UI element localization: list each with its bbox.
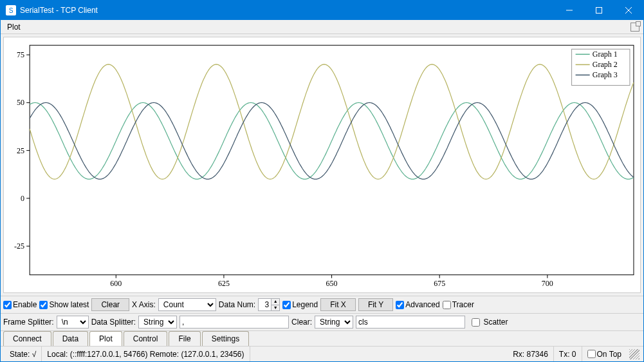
svg-text:600: 600 [110, 279, 122, 288]
svg-text:650: 650 [326, 279, 338, 288]
plot-canvas[interactable]: -250255075600625650675700Graph 1Graph 2G… [4, 37, 640, 292]
frame-splitter-label: Frame Splitter: [3, 318, 54, 327]
titlebar[interactable]: S SerialTest - TCP Client [1, 1, 643, 20]
data-num-input[interactable] [258, 298, 271, 311]
close-button[interactable] [614, 1, 643, 20]
plot-toolbar-1: Enable Show latest Clear X Axis: Count D… [1, 296, 643, 313]
on-top-checkbox[interactable]: On Top [582, 347, 627, 361]
fit-x-button[interactable]: Fit X [320, 298, 356, 311]
spin-up-icon[interactable]: ▲ [271, 298, 280, 305]
plot-panel-label: Plot [3, 21, 24, 33]
data-splitter-label: Data Splitter: [91, 318, 136, 327]
svg-text:Graph 1: Graph 1 [593, 50, 618, 59]
status-rx: Rx: 87346 [508, 347, 554, 361]
clear-label: Clear: [291, 318, 312, 327]
dock-undock-icon[interactable] [630, 23, 639, 32]
xaxis-label: X Axis: [132, 300, 156, 309]
data-num-spinner[interactable]: ▲▼ [258, 298, 280, 311]
enable-checkbox[interactable]: Enable [3, 300, 37, 309]
data-num-label: Data Num: [219, 300, 255, 309]
data-splitter-input[interactable] [179, 316, 289, 329]
minimize-button[interactable] [555, 1, 584, 20]
svg-text:75: 75 [17, 50, 24, 59]
resize-gripper-icon[interactable] [629, 349, 639, 359]
fit-y-button[interactable]: Fit Y [358, 298, 393, 311]
xaxis-select[interactable]: Count [158, 298, 216, 311]
advanced-checkbox[interactable]: Advanced [396, 300, 439, 309]
app-icon: S [6, 5, 16, 15]
window-title: SerialTest - TCP Client [20, 6, 555, 15]
tab-settings[interactable]: Settings [202, 331, 249, 346]
tab-plot[interactable]: Plot [89, 331, 122, 346]
clear-button[interactable]: Clear [91, 298, 129, 311]
plot-toolbar-2: Frame Splitter: \n Data Splitter: String… [1, 313, 643, 330]
svg-text:700: 700 [542, 279, 553, 288]
svg-text:50: 50 [17, 98, 24, 107]
svg-text:25: 25 [17, 146, 24, 155]
plot-area[interactable]: -250255075600625650675700Graph 1Graph 2G… [3, 37, 641, 293]
svg-text:Graph 2: Graph 2 [593, 60, 618, 69]
tracer-checkbox[interactable]: Tracer [443, 300, 474, 309]
svg-text:675: 675 [434, 279, 445, 288]
tab-data[interactable]: Data [53, 331, 88, 346]
svg-text:0: 0 [21, 194, 24, 203]
scatter-checkbox[interactable]: Scatter [472, 318, 508, 327]
svg-text:-25: -25 [14, 242, 24, 251]
spin-down-icon[interactable]: ▼ [271, 305, 280, 311]
statusbar: State: √ Local: (::ffff:127.0.0.1, 54766… [1, 346, 643, 361]
tab-connect[interactable]: Connect [3, 331, 51, 346]
svg-text:625: 625 [218, 279, 230, 288]
maximize-button[interactable] [584, 1, 614, 20]
tab-file[interactable]: File [169, 331, 200, 346]
legend-checkbox[interactable]: Legend [282, 300, 318, 309]
menubar: Plot [1, 20, 643, 34]
svg-rect-1 [596, 8, 602, 14]
data-splitter-type-select[interactable]: String [138, 316, 177, 329]
clear-input[interactable] [356, 316, 465, 329]
status-tx: Tx: 0 [554, 347, 582, 361]
clear-type-select[interactable]: String [315, 316, 353, 329]
svg-rect-4 [30, 45, 634, 274]
tab-control[interactable]: Control [124, 331, 168, 346]
show-latest-checkbox[interactable]: Show latest [39, 300, 89, 309]
bottom-tabs: ConnectDataPlotControlFileSettings [1, 330, 643, 346]
svg-text:Graph 3: Graph 3 [593, 70, 618, 79]
app-window: S SerialTest - TCP Client Plot -25025507… [0, 0, 644, 362]
status-state: State: √ [5, 347, 42, 361]
frame-splitter-select[interactable]: \n [57, 316, 89, 329]
status-connection: Local: (::ffff:127.0.0.1, 54766) Remote:… [42, 347, 250, 361]
